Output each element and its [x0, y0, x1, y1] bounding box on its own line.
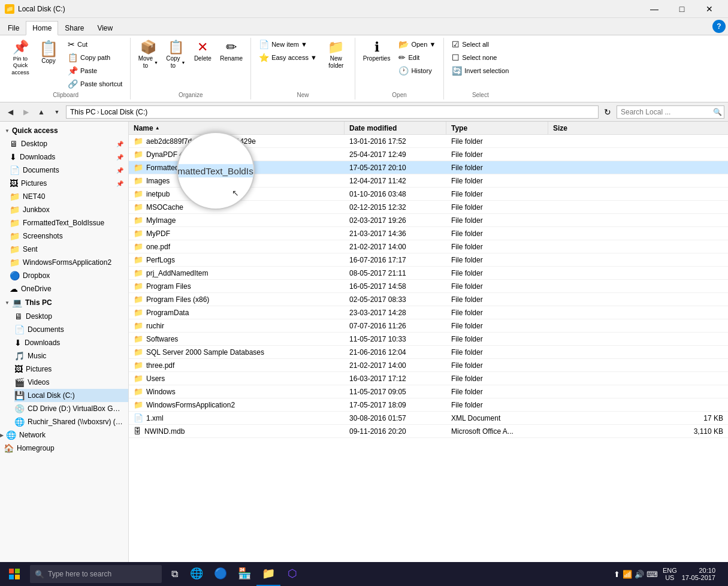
- table-row[interactable]: 📁prj_AddNamedItem 08-05-2017 21:11 File …: [129, 267, 728, 280]
- column-header-name[interactable]: Name ▲: [129, 122, 345, 134]
- copy-button[interactable]: 📋 Copy: [36, 38, 62, 68]
- sidebar-item-pictures[interactable]: 🖼Pictures: [14, 363, 128, 376]
- taskbar-app-edge[interactable]: 🌐: [185, 562, 209, 586]
- new-folder-button[interactable]: 📁 Newfolder: [321, 38, 351, 73]
- sidebar-item-onedrive[interactable]: ☁ OneDrive: [10, 282, 128, 295]
- locale-display[interactable]: ENG US: [663, 567, 677, 581]
- table-row[interactable]: 📁ProgramData 23-03-2017 14:28 File folde…: [129, 306, 728, 319]
- column-header-size[interactable]: Size: [548, 122, 728, 134]
- quick-access-header[interactable]: ▼ Quick access: [0, 124, 128, 137]
- taskbar-app-store[interactable]: 🏪: [232, 562, 256, 586]
- paste-shortcut-button[interactable]: 🔗 Paste shortcut: [64, 77, 126, 90]
- taskbar-search-bar[interactable]: 🔍 Type here to search: [30, 565, 162, 583]
- open-button[interactable]: 📂 Open ▼: [394, 38, 440, 51]
- new-item-button[interactable]: 📄 New item ▼: [255, 38, 321, 51]
- keyboard-icon[interactable]: ⌨: [647, 570, 658, 579]
- refresh-button[interactable]: ↻: [601, 105, 614, 119]
- sidebar-item-pictures[interactable]: 🖼Pictures📌: [10, 177, 128, 190]
- taskbar-app-vs[interactable]: ⬡: [280, 562, 304, 586]
- maximize-button[interactable]: □: [668, 0, 696, 18]
- pin-to-quick-access-button[interactable]: 📌 Pin to Quickaccess: [5, 38, 36, 78]
- table-row[interactable]: 📁MyPDF 21-03-2017 14:36 File folder: [129, 227, 728, 240]
- sidebar-item-music[interactable]: 🎵Music: [14, 349, 128, 363]
- sidebar-item-downloads[interactable]: ⬇Downloads📌: [10, 150, 128, 164]
- path-this-pc[interactable]: This PC: [70, 108, 96, 116]
- table-row[interactable]: 📁Windows 11-05-2017 09:05 File folder: [129, 385, 728, 398]
- sidebar-item-sent[interactable]: 📁Sent: [10, 243, 128, 256]
- address-path[interactable]: This PC › Local Disk (C:): [66, 105, 599, 119]
- back-button[interactable]: ◀: [4, 105, 17, 119]
- table-row[interactable]: 📁DynaPDF 4.0 25-04-2017 12:49 File folde…: [129, 148, 728, 161]
- sidebar-item-local-disk-c[interactable]: 💾Local Disk (C:): [14, 389, 128, 402]
- easy-access-button[interactable]: ⭐ Easy access ▼: [255, 51, 321, 64]
- select-none-button[interactable]: ☐ Select none: [448, 51, 513, 64]
- taskbar-app-chrome[interactable]: 🔵: [209, 562, 232, 586]
- taskbar-app-explorer[interactable]: 📁: [256, 562, 280, 586]
- table-row[interactable]: 📁FormattedText_BoldIssue 17-05-2017 20:1…: [129, 161, 728, 174]
- table-row[interactable]: 📁ruchir 07-07-2016 11:26 File folder: [129, 319, 728, 333]
- this-pc-header[interactable]: ▼ 💻 This PC: [0, 295, 128, 310]
- minimize-button[interactable]: —: [641, 0, 668, 18]
- task-view-button[interactable]: ⧉: [165, 562, 183, 586]
- table-row[interactable]: 📁Program Files (x86) 02-05-2017 08:33 Fi…: [129, 293, 728, 306]
- sidebar-item-documents[interactable]: 📄Documents📌: [10, 164, 128, 177]
- path-local-disk[interactable]: Local Disk (C:): [101, 108, 148, 116]
- table-row[interactable]: 📁PerfLogs 16-07-2016 17:17 File folder: [129, 253, 728, 267]
- table-row[interactable]: 📁Softwares 11-05-2017 10:33 File folder: [129, 333, 728, 346]
- help-button[interactable]: ?: [712, 20, 726, 33]
- tab-file[interactable]: File: [1, 21, 26, 35]
- clock-display[interactable]: 20:10 17-05-2017: [682, 567, 715, 581]
- network-status-icon[interactable]: 📶: [623, 570, 632, 579]
- copy-to-button[interactable]: 📋 Copyto ▼: [162, 38, 189, 73]
- column-header-date[interactable]: Date modified: [345, 122, 446, 134]
- copy-path-button[interactable]: 📋 Copy path: [64, 51, 126, 64]
- sidebar-item-dropbox[interactable]: 🔵 Dropbox: [10, 269, 128, 282]
- table-row[interactable]: 📁Users 16-03-2017 17:12 File folder: [129, 372, 728, 385]
- move-to-button[interactable]: 📦 Moveto ▼: [134, 38, 162, 73]
- table-row[interactable]: 📁WindowsFormsApplication2 17-05-2017 18:…: [129, 398, 728, 412]
- volume-icon[interactable]: 🔊: [635, 570, 644, 579]
- sidebar-item-formattedtext_boldissue[interactable]: 📁FormattedText_BoldIssue: [10, 216, 128, 229]
- select-all-button[interactable]: ☑ Select all: [448, 38, 513, 51]
- sidebar-item-network[interactable]: ▶ 🌐 Network: [0, 428, 128, 442]
- table-row[interactable]: 📁Images 12-04-2017 11:42 File folder: [129, 174, 728, 188]
- history-button[interactable]: 🕐 History: [394, 64, 440, 77]
- column-header-type[interactable]: Type: [446, 122, 548, 134]
- rename-button[interactable]: ✏ Rename: [216, 38, 247, 65]
- table-row[interactable]: 📄1.xml 30-08-2016 01:57 XML Document 17 …: [129, 412, 728, 425]
- tab-view[interactable]: View: [90, 21, 119, 35]
- sidebar-item-homegroup[interactable]: 🏠 Homegroup: [0, 442, 128, 455]
- forward-button[interactable]: ▶: [19, 105, 32, 119]
- properties-button[interactable]: ℹ Properties: [359, 38, 395, 65]
- table-row[interactable]: 📁one.pdf 21-02-2017 14:00 File folder: [129, 240, 728, 253]
- sidebar-item-windowsformsapplication2[interactable]: 📁WindowsFormsApplication2: [10, 256, 128, 269]
- up-button[interactable]: ▲: [35, 105, 48, 119]
- sidebar-item-ruchir_shared-vboxsrv-e[interactable]: 🌐Ruchir_Shared (\\vboxsrv) (E:): [14, 415, 128, 428]
- table-row[interactable]: 📁SQL Server 2000 Sample Databases 21-06-…: [129, 346, 728, 359]
- show-desktop-button[interactable]: [718, 562, 721, 586]
- close-button[interactable]: ✕: [696, 0, 723, 18]
- tab-home[interactable]: Home: [26, 21, 58, 35]
- sidebar-item-desktop[interactable]: 🖥Desktop📌: [10, 137, 128, 150]
- sidebar-item-screenshots[interactable]: 📁Screenshots: [10, 229, 128, 243]
- search-submit-icon[interactable]: 🔍: [713, 108, 722, 116]
- recent-locations-button[interactable]: ▼: [50, 105, 64, 119]
- table-row[interactable]: 📁three.pdf 21-02-2017 14:00 File folder: [129, 359, 728, 372]
- table-row[interactable]: 📁MSOCache 02-12-2015 12:32 File folder: [129, 201, 728, 214]
- table-row[interactable]: 📁inetpub 01-10-2016 03:48 File folder: [129, 188, 728, 201]
- start-button[interactable]: [2, 562, 26, 586]
- search-input[interactable]: [621, 108, 711, 116]
- cut-button[interactable]: ✂ Cut: [64, 38, 126, 51]
- paste-button[interactable]: 📌 Paste: [64, 64, 126, 77]
- tab-share[interactable]: Share: [58, 21, 90, 35]
- sidebar-item-desktop[interactable]: 🖥Desktop: [14, 310, 128, 323]
- sidebar-item-documents[interactable]: 📄Documents: [14, 323, 128, 336]
- sidebar-item-cd-drive-d-virtualbox-guest...[interactable]: 💿CD Drive (D:) VirtualBox Guest...: [14, 402, 128, 415]
- delete-button[interactable]: ✕ Delete: [189, 38, 216, 65]
- table-row[interactable]: 📁MyImage 02-03-2017 19:26 File folder: [129, 214, 728, 227]
- table-row[interactable]: 📁Program Files 16-05-2017 14:58 File fol…: [129, 280, 728, 293]
- notification-icon[interactable]: ⬆: [614, 570, 620, 579]
- edit-button[interactable]: ✏ Edit: [394, 51, 440, 64]
- sidebar-item-junkbox[interactable]: 📁Junkbox: [10, 203, 128, 216]
- sidebar-item-net40[interactable]: 📁NET40: [10, 190, 128, 203]
